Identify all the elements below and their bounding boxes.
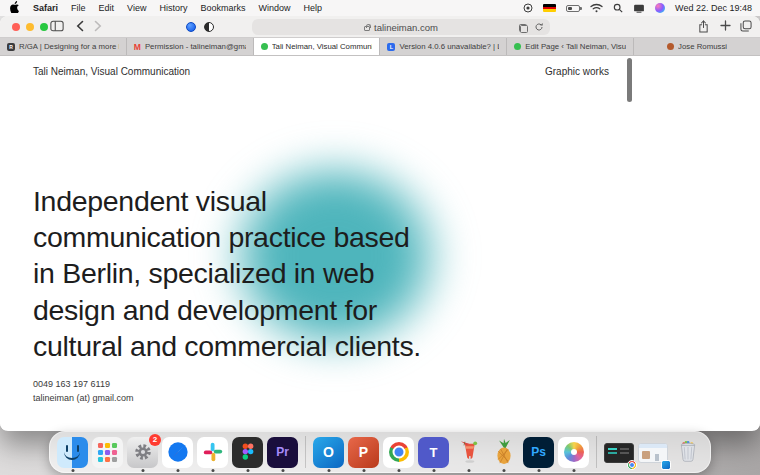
dock-item-trash[interactable] <box>672 437 703 468</box>
spotlight-search-icon[interactable] <box>613 3 623 13</box>
hero-line: cultural and commercial clients. <box>33 328 421 364</box>
translate-icon[interactable] <box>519 24 528 33</box>
safari-compass-icon <box>162 437 193 468</box>
dock: 2 Pr <box>49 431 711 473</box>
running-indicator <box>327 469 330 472</box>
hero-line: in Berlin, specialized in web <box>33 255 421 291</box>
dock-item-finder[interactable] <box>57 437 88 468</box>
premiere-pro-icon: Pr <box>267 437 298 468</box>
cocktail-glass-icon <box>453 437 484 468</box>
screen-recording-icon[interactable] <box>523 3 533 13</box>
dock-item-powerpoint[interactable]: P <box>348 437 379 468</box>
display-icon[interactable] <box>633 4 645 13</box>
dock-item-pineapple[interactable] <box>488 437 519 468</box>
dock-item-slack[interactable] <box>197 437 228 468</box>
hero-line: design and development for <box>33 292 421 328</box>
status-icons: Wed 22. Dec 19:48 <box>523 3 760 13</box>
dock-item-figma[interactable] <box>232 437 263 468</box>
window-controls <box>12 23 48 31</box>
extension-blue-orb-icon[interactable] <box>186 22 196 32</box>
dock-item-chrome[interactable] <box>383 437 414 468</box>
dock-item-premiere-pro[interactable]: Pr <box>267 437 298 468</box>
apple-logo-icon[interactable] <box>10 1 20 15</box>
dock-item-outlook[interactable]: O <box>313 437 344 468</box>
dock-item-minimized-window-light[interactable] <box>638 437 668 468</box>
tab-label: Tali Neiman, Visual Communica... <box>272 42 373 51</box>
battery-icon[interactable] <box>566 5 580 12</box>
hero-line: communication practice based <box>33 219 421 255</box>
menu-bar-clock[interactable]: Wed 22. Dec 19:48 <box>675 3 752 13</box>
tab-favicon-gmail: M <box>134 42 141 52</box>
dock-item-launchpad[interactable] <box>92 437 123 468</box>
running-indicator <box>467 469 470 472</box>
running-indicator <box>362 469 365 472</box>
tab-gmail-permission[interactable]: M Permission - talineiman@gmail... <box>127 38 254 55</box>
menu-item-help[interactable]: Help <box>303 3 322 13</box>
dock-item-cocktail[interactable] <box>453 437 484 468</box>
close-window-button[interactable] <box>12 23 20 31</box>
running-indicator <box>176 469 179 472</box>
germany-flag-input-icon[interactable] <box>543 4 556 12</box>
tab-overview-icon[interactable] <box>740 20 752 32</box>
scrollbar-thumb[interactable] <box>627 58 632 102</box>
menu-item-history[interactable]: History <box>159 3 187 13</box>
menu-item-edit[interactable]: Edit <box>99 3 115 13</box>
site-title-link[interactable]: Tali Neiman, Visual Communication <box>33 66 190 77</box>
sidebar-toggle-icon[interactable] <box>50 20 64 32</box>
menu-item-view[interactable]: View <box>127 3 146 13</box>
dock-item-teams[interactable]: T <box>418 437 449 468</box>
wifi-icon[interactable] <box>590 3 603 13</box>
dock-separator <box>305 436 306 468</box>
running-indicator <box>397 469 400 472</box>
tab-favicon-green-dot <box>261 43 268 50</box>
tab-favicon-l: L <box>387 43 395 51</box>
page-content: Tali Neiman, Visual Communication Graphi… <box>0 56 760 430</box>
menu-item-bookmarks[interactable]: Bookmarks <box>200 3 245 13</box>
running-indicator <box>537 469 540 472</box>
dock-item-system-settings[interactable]: 2 <box>127 437 158 468</box>
zoom-window-button[interactable] <box>40 23 48 31</box>
running-indicator <box>572 469 575 472</box>
tab-version-unavailable[interactable]: L Version 4.0.6 unavailable? | Lay... <box>380 38 507 55</box>
teams-icon: T <box>418 437 449 468</box>
nav-link-graphic-works[interactable]: Graphic works <box>545 66 609 77</box>
tab-edit-page[interactable]: Edit Page ‹ Tali Neiman, Visual... <box>507 38 634 55</box>
dock-item-photos[interactable] <box>558 437 589 468</box>
menu-item-safari[interactable]: Safari <box>33 3 58 13</box>
tab-favicon-green-dot <box>514 43 521 50</box>
menu-item-window[interactable]: Window <box>258 3 290 13</box>
dock-item-photoshop[interactable]: Ps <box>523 437 554 468</box>
hero-line: Independent visual <box>33 183 421 219</box>
share-icon[interactable] <box>698 20 709 33</box>
running-indicator <box>71 469 74 472</box>
dock-item-safari[interactable] <box>162 437 193 468</box>
pineapple-icon <box>488 437 519 468</box>
tab-jose-romussi[interactable]: Jose Romussi <box>634 38 760 55</box>
dock-item-minimized-window-dark[interactable] <box>604 437 634 468</box>
address-bar[interactable]: talineiman.com <box>252 19 550 35</box>
tab-label: Edit Page ‹ Tali Neiman, Visual... <box>525 42 626 51</box>
outlook-badge-icon <box>661 460 671 470</box>
extension-shield-icon[interactable] <box>204 22 214 32</box>
lock-icon <box>364 26 370 31</box>
contact-email[interactable]: talineiman (at) gmail.com <box>33 392 134 406</box>
url-text: talineiman.com <box>374 22 438 33</box>
running-indicator <box>432 469 435 472</box>
siri-icon[interactable] <box>655 3 665 13</box>
contact-block: 0049 163 197 6119 talineiman (at) gmail.… <box>33 378 134 405</box>
tab-label: Permission - talineiman@gmail... <box>145 42 246 51</box>
menu-item-file[interactable]: File <box>71 3 86 13</box>
back-icon[interactable] <box>76 20 84 32</box>
tab-rga[interactable]: R R/GA | Designing for a more hu... <box>0 38 127 55</box>
minimize-window-button[interactable] <box>26 23 34 31</box>
running-indicator <box>281 469 284 472</box>
browser-toolbar: talineiman.com <box>0 16 760 38</box>
reload-icon[interactable] <box>534 22 544 34</box>
new-tab-icon[interactable] <box>720 20 731 31</box>
tab-tali-neiman-active[interactable]: Tali Neiman, Visual Communica... <box>254 38 381 55</box>
safari-window: talineiman.com R R/GA <box>0 16 760 431</box>
chrome-badge-icon <box>627 460 637 470</box>
running-indicator <box>211 469 214 472</box>
running-indicator <box>246 469 249 472</box>
forward-icon[interactable] <box>94 20 102 32</box>
